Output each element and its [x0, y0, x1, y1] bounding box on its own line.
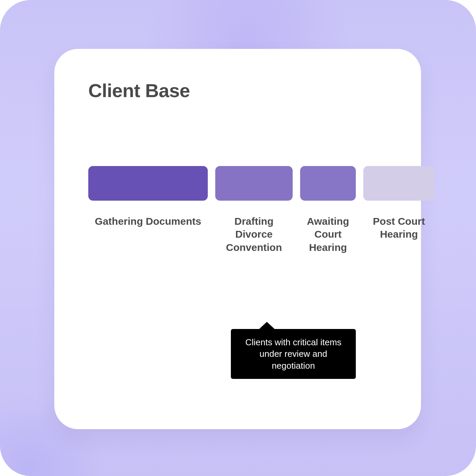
client-base-chart: Gathering Documents Drafting Divorce Con…: [88, 166, 435, 254]
segment-bar-post-court-hearing[interactable]: [363, 166, 435, 201]
segment-label-drafting-divorce: Drafting Divorce Convention: [215, 215, 293, 254]
tooltip-container: Clients with critical items under review…: [231, 329, 356, 379]
segment-label-gathering-documents: Gathering Documents: [88, 215, 208, 228]
segment-label-post-court-hearing: Post Court Hearing: [363, 215, 435, 241]
segment-label-awaiting-court-hearing: Awaiting Court Hearing: [300, 215, 356, 254]
chart-bars-row: [88, 166, 435, 201]
chart-labels-row: Gathering Documents Drafting Divorce Con…: [88, 215, 435, 254]
segment-bar-drafting-divorce[interactable]: [215, 166, 293, 201]
page-background: Client Base Gathering Documents Drafting…: [0, 0, 476, 476]
segment-bar-gathering-documents[interactable]: [88, 166, 208, 201]
segment-tooltip: Clients with critical items under review…: [231, 329, 356, 379]
segment-bar-awaiting-court-hearing[interactable]: [300, 166, 356, 201]
client-base-card: Client Base Gathering Documents Drafting…: [54, 49, 421, 429]
card-title: Client Base: [88, 79, 401, 102]
